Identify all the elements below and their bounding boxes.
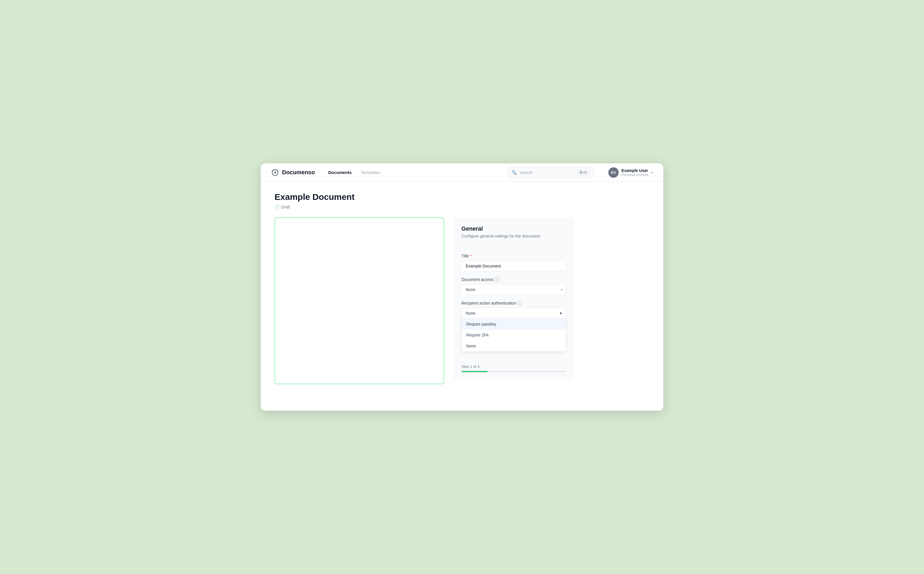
title-input[interactable] [461, 260, 566, 271]
user-menu[interactable]: EU Example User Personal Account ▾ [608, 167, 653, 178]
settings-panel: General Configure general settings for t… [453, 218, 574, 380]
navbar: Documenso Documents Templates 🔍 Search ⌘… [261, 163, 663, 182]
option-require-passkey[interactable]: Require passkey [462, 319, 566, 330]
user-name: Example User [622, 168, 648, 173]
recipient-auth-label: Recipient action authentication i [461, 301, 566, 305]
divider [461, 246, 566, 247]
nav-documents[interactable]: Documents [324, 168, 356, 177]
logo[interactable]: Documenso [271, 169, 315, 177]
required-star: * [470, 254, 472, 258]
svg-point-1 [275, 172, 276, 173]
step-progress [461, 371, 488, 372]
search-icon: 🔍 [512, 170, 517, 175]
recipient-auth-info-icon[interactable]: i [518, 301, 522, 305]
draft-badge: 📄 Draft [275, 205, 649, 209]
nav-templates[interactable]: Templates [357, 168, 384, 177]
file-icon: 📄 [275, 205, 279, 209]
recipient-auth-trigger[interactable]: None ▾ [461, 308, 566, 319]
step-text: Step 1 of 4 [461, 364, 566, 369]
app-window: Documenso Documents Templates 🔍 Search ⌘… [261, 163, 663, 411]
recipient-auth-chevron-icon: ▾ [560, 311, 562, 315]
recipient-auth-group: Recipient action authentication i None ▾… [461, 301, 566, 352]
title-label: Title * [461, 254, 566, 258]
option-none[interactable]: None [462, 341, 566, 352]
recipient-auth-value: None [466, 311, 475, 315]
user-account: Personal Account [622, 173, 648, 177]
document-access-select-wrapper: None ▾ [461, 284, 566, 295]
logo-icon [271, 169, 279, 177]
step-bar [461, 371, 566, 372]
user-avatar: EU [608, 167, 619, 178]
user-info: Example User Personal Account [622, 168, 648, 177]
main-content: Example Document 📄 Draft General Configu… [261, 182, 663, 411]
panel-title: General [461, 226, 566, 232]
page-title: Example Document [275, 192, 649, 202]
search-placeholder: Search [520, 170, 575, 175]
draft-label: Draft [281, 205, 290, 209]
content-area: General Configure general settings for t… [275, 218, 649, 384]
title-field-group: Title * [461, 254, 566, 271]
document-access-info-icon[interactable]: i [494, 277, 499, 282]
search-shortcut: ⌘+K [577, 170, 589, 175]
recipient-auth-dropdown: None ▾ Require passkey Require 2FA None [461, 308, 566, 352]
document-preview [275, 218, 444, 384]
document-access-select[interactable]: None [461, 284, 566, 295]
chevron-down-icon: ▾ [651, 170, 653, 175]
panel-subtitle: Configure general settings for the docum… [461, 234, 566, 238]
document-access-group: Document access i None ▾ [461, 277, 566, 295]
recipient-auth-menu: Require passkey Require 2FA None [461, 319, 566, 352]
document-access-label: Document access i [461, 277, 566, 282]
nav-links: Documents Templates [324, 168, 384, 177]
logo-text: Documenso [282, 169, 315, 176]
option-require-2fa[interactable]: Require 2FA [462, 330, 566, 341]
step-indicator: Step 1 of 4 [461, 358, 566, 380]
search-bar[interactable]: 🔍 Search ⌘+K [507, 167, 593, 178]
